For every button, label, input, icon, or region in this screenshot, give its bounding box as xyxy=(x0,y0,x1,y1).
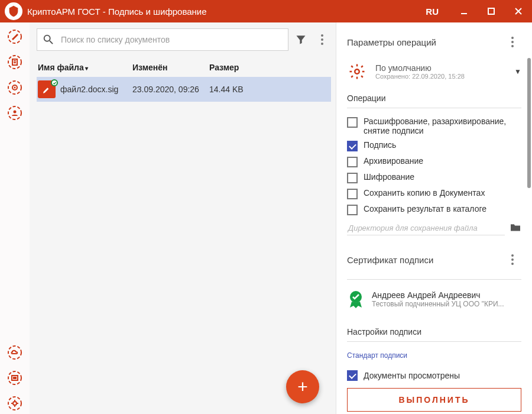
checkbox[interactable] xyxy=(347,205,358,215)
col-size[interactable]: Размер xyxy=(209,63,330,72)
params-menu-button[interactable] xyxy=(504,31,521,53)
nav-cloud-icon[interactable] xyxy=(4,342,25,363)
svg-point-19 xyxy=(8,397,21,410)
divider xyxy=(347,341,521,342)
dots-vertical-icon xyxy=(321,34,323,45)
op-encrypt[interactable]: Шифрование xyxy=(336,170,532,186)
file-menu-button[interactable] xyxy=(313,28,331,51)
sign-settings-header: Настройки подписи xyxy=(336,324,532,339)
file-row[interactable]: файл2.docx.sig 23.09.2020, 09:26 14.44 K… xyxy=(37,77,331,102)
op-archive[interactable]: Архивирование xyxy=(336,154,532,170)
svg-point-25 xyxy=(355,69,359,74)
svg-point-14 xyxy=(8,346,21,359)
checkbox[interactable] xyxy=(347,370,358,381)
nav-contacts-icon[interactable] xyxy=(4,102,25,124)
minimize-button[interactable] xyxy=(450,0,478,22)
gear-icon xyxy=(347,62,367,82)
col-modified[interactable]: Изменён xyxy=(132,63,209,72)
search-input[interactable] xyxy=(61,35,283,44)
certificate-ribbon-icon xyxy=(347,289,365,309)
checkbox[interactable] xyxy=(347,157,358,167)
params-header: Параметры операций xyxy=(347,37,504,47)
certificate-item[interactable]: Андреев Андрей Андреевич Тестовый подчин… xyxy=(336,286,532,313)
checkbox[interactable] xyxy=(347,189,358,199)
language-indicator[interactable]: RU xyxy=(414,7,450,17)
svg-point-11 xyxy=(14,87,16,89)
dots-vertical-icon xyxy=(511,37,514,47)
maximize-button[interactable] xyxy=(478,0,505,22)
ops-header: Операции xyxy=(336,90,532,105)
titlebar: КриптоАРМ ГОСТ - Подпись и шифрование RU xyxy=(0,0,532,22)
file-name: файл2.docx.sig xyxy=(60,85,132,94)
cert-owner: Андреев Андрей Андреевич xyxy=(372,290,504,300)
dots-vertical-icon xyxy=(511,254,514,265)
params-panel: Параметры операций По умолчанию Сохранен… xyxy=(336,22,532,414)
add-file-fab[interactable]: + xyxy=(286,370,319,403)
file-type-icon xyxy=(38,80,56,98)
nav-documents-icon[interactable] xyxy=(4,51,25,73)
nav-certificates-icon[interactable] xyxy=(4,77,25,98)
search-box[interactable] xyxy=(37,28,288,51)
search-icon xyxy=(42,33,55,46)
profile-selector[interactable]: По умолчанию Сохранено: 22.09.2020, 15:2… xyxy=(336,59,532,90)
profile-name: По умолчанию xyxy=(375,63,506,73)
filter-icon xyxy=(295,34,307,46)
sort-caret-icon: ▾ xyxy=(85,65,88,72)
filter-button[interactable] xyxy=(292,28,310,51)
folder-browse-button[interactable] xyxy=(510,222,521,234)
column-headers: Имя файла▾ Изменён Размер xyxy=(37,59,331,77)
op-save-dir[interactable]: Сохранить результат в каталоге xyxy=(336,202,532,218)
svg-point-13 xyxy=(14,111,17,114)
save-directory-input[interactable]: Директория для сохранения файла xyxy=(347,221,505,235)
chevron-down-icon: ▼ xyxy=(514,67,521,76)
divider xyxy=(347,108,521,108)
window-title: КриптоАРМ ГОСТ - Подпись и шифрование xyxy=(27,7,414,17)
app-logo xyxy=(5,2,22,20)
checkbox[interactable] xyxy=(347,141,358,151)
scrollbar[interactable] xyxy=(527,58,531,188)
file-panel: Имя файла▾ Изменён Размер файл2.docx.sig… xyxy=(30,22,336,414)
nav-sign-icon[interactable] xyxy=(4,26,25,47)
op-save-docs[interactable]: Сохранить копию в Документах xyxy=(336,186,532,202)
nav-log-icon[interactable] xyxy=(4,367,25,389)
cert-header: Сертификат подписи xyxy=(347,255,504,265)
nav-settings-icon[interactable] xyxy=(4,393,25,414)
close-button[interactable] xyxy=(505,0,532,22)
checkbox[interactable] xyxy=(347,173,358,183)
sign-standard-link[interactable]: Стандарт подписи xyxy=(336,348,532,366)
col-name[interactable]: Имя файла▾ xyxy=(38,63,132,72)
cert-menu-button[interactable] xyxy=(504,248,521,271)
cert-issuer: Тестовый подчиненный УЦ ООО "КРИ... xyxy=(372,300,504,308)
svg-point-20 xyxy=(13,402,17,405)
op-decrypt[interactable]: Расшифрование, разархивирование, снятие … xyxy=(336,114,532,138)
profile-saved: Сохранено: 22.09.2020, 15:28 xyxy=(375,73,506,80)
docs-viewed-checkbox[interactable]: Документы просмотрены xyxy=(336,366,532,388)
verified-badge-icon xyxy=(51,79,58,86)
file-size: 14.44 KB xyxy=(209,85,330,94)
svg-rect-1 xyxy=(488,8,494,14)
divider xyxy=(347,279,521,280)
checkbox[interactable] xyxy=(347,117,358,128)
execute-button[interactable]: ВЫПОЛНИТЬ xyxy=(347,388,521,412)
file-modified: 23.09.2020, 09:26 xyxy=(132,85,209,94)
op-sign[interactable]: Подпись xyxy=(336,138,532,154)
sidebar xyxy=(0,22,30,414)
